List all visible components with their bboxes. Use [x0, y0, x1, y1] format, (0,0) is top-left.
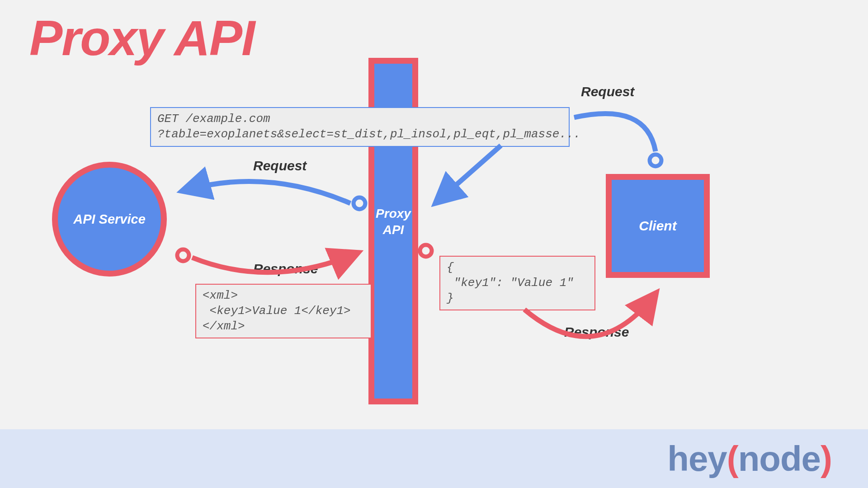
brand-logo: hey(node)	[667, 438, 832, 479]
response-label-left: Response	[253, 261, 318, 277]
request-label-right: Request	[581, 84, 634, 99]
response-label-right: Response	[564, 324, 629, 340]
svg-point-3	[420, 245, 432, 257]
brand-node: node	[738, 439, 821, 479]
brand-hey: hey	[667, 439, 726, 479]
brand-open-paren: (	[727, 439, 738, 479]
brand-close-paren: )	[821, 439, 832, 479]
svg-point-1	[177, 249, 189, 261]
client-node: Client	[606, 174, 710, 278]
svg-point-0	[354, 197, 365, 209]
svg-point-2	[650, 155, 661, 166]
proxy-api-label: Proxy API	[368, 206, 418, 239]
get-request-code: GET /example.com ?table=exoplanets&selec…	[150, 107, 570, 147]
api-service-node: API Service	[52, 162, 167, 277]
xml-response-code: <xml> <key1>Value 1</key1> </xml>	[195, 284, 372, 338]
json-response-code: { "key1": "Value 1" }	[439, 256, 595, 310]
api-service-label: API Service	[73, 212, 146, 227]
diagram-title: Proxy API	[29, 9, 255, 66]
request-label-left: Request	[253, 158, 307, 174]
footer-bar: hey(node)	[0, 429, 868, 488]
client-label: Client	[639, 218, 676, 234]
